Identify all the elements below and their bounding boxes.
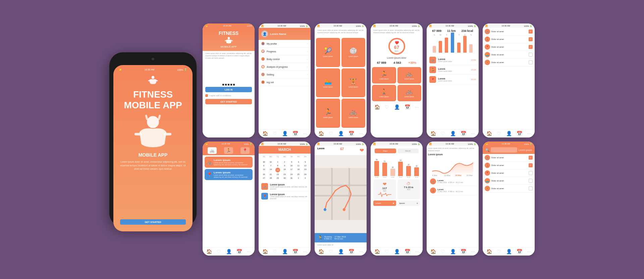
- nav-home-6[interactable]: 🏠: [486, 131, 492, 136]
- cal-d-30[interactable]: 30: [261, 160, 267, 164]
- activity-card-1[interactable]: 🚲 Lorem ipsum Lorem ipsum dolor sit amet…: [205, 157, 253, 168]
- result-3[interactable]: 📍 Dolor sit amet: [483, 169, 535, 177]
- nav-more-6[interactable]: ···: [527, 131, 531, 136]
- nav-heart-10[interactable]: ♡: [385, 249, 389, 254]
- check-2[interactable]: 🏃 Dolor sit amet ✓: [483, 36, 535, 43]
- workout-2[interactable]: 🏃 Lorem 17 Mar 2019 · 8 586 m · 44:13 mi…: [428, 186, 477, 195]
- cal-d-22[interactable]: 22: [274, 173, 281, 176]
- nav-user-10[interactable]: 👤: [394, 249, 400, 254]
- nav-heart-4[interactable]: ♡: [385, 104, 389, 110]
- nav-more[interactable]: ···: [303, 131, 307, 136]
- cal-activity-2[interactable]: 📍 Lorem ipsum Lorem ipsum dolor sit amet…: [259, 191, 311, 201]
- nav-cal-9[interactable]: 📅: [348, 249, 354, 254]
- icon-cell-walk[interactable]: 🚶 Lorem ipsum: [372, 85, 396, 101]
- menu-progress[interactable]: 📊 Progress ›: [259, 48, 311, 55]
- cal-d-5[interactable]: 5: [302, 160, 309, 164]
- cal-d-14[interactable]: 14: [268, 168, 274, 172]
- sp-input-4[interactable]: [205, 78, 252, 82]
- nav-user-7[interactable]: 👤: [226, 249, 232, 254]
- sp-input-1[interactable]: [205, 61, 252, 65]
- check-4[interactable]: 🏊 Dolor sit amet: [483, 51, 535, 59]
- cal-d-7[interactable]: 7: [268, 164, 274, 167]
- icon-run-bar[interactable]: 🏃: [224, 147, 233, 154]
- nav-home-3[interactable]: 🏠: [318, 131, 324, 136]
- menu-logout[interactable]: 🚪 log out: [259, 78, 311, 86]
- icon-bike-bar[interactable]: 🚲: [208, 147, 217, 154]
- result-2[interactable]: 🏃 Dolor sit amet ✓: [483, 162, 535, 169]
- cal-d-1[interactable]: 1: [274, 160, 281, 164]
- cal-d-29[interactable]: 29: [274, 176, 281, 180]
- nav-user-11[interactable]: 👤: [450, 249, 456, 254]
- nav-user[interactable]: 👤: [282, 131, 288, 136]
- nav-home-12[interactable]: 🏠: [486, 249, 492, 254]
- nav-home-8[interactable]: 🏠: [262, 249, 268, 254]
- cal-d-6[interactable]: 6: [261, 164, 267, 167]
- nav-heart-11[interactable]: ♡: [441, 249, 445, 254]
- nav-heart-12[interactable]: ♡: [497, 249, 501, 254]
- activity-3[interactable]: 📍 Lorem Lorem ipsum dolor 15:00: [427, 75, 479, 85]
- cal-d-20[interactable]: 20: [261, 173, 267, 176]
- icon-pin-bar[interactable]: 📍: [240, 147, 250, 154]
- workout-1[interactable]: 🚲 Lorem 17 Mar 2019 · 9 565 m · 44:13 mi…: [428, 177, 477, 186]
- result-check-3[interactable]: [529, 171, 533, 175]
- icon-cell-gym2[interactable]: 🚲 Lorem ipsum: [397, 85, 422, 101]
- cal-d-19[interactable]: 19: [302, 168, 309, 172]
- cat-gym[interactable]: 🏋️ Lorem ipsum: [341, 68, 366, 98]
- result-check-1[interactable]: ✓: [529, 156, 533, 160]
- cal-d-13[interactable]: 13: [261, 168, 267, 172]
- nav-heart[interactable]: ♡: [273, 131, 277, 136]
- cal-d-18[interactable]: 18: [295, 168, 302, 172]
- nav-home-10[interactable]: 🏠: [374, 249, 380, 254]
- result-check-2[interactable]: ✓: [529, 163, 533, 167]
- nav-cal-10[interactable]: 📅: [405, 249, 410, 254]
- menu-body[interactable]: 🏃 Body control ›: [259, 55, 311, 63]
- nav-heart-5[interactable]: ♡: [441, 131, 445, 136]
- nav-home-11[interactable]: 🏠: [430, 249, 436, 254]
- cal-d-21[interactable]: 21: [268, 173, 274, 176]
- dropdown-2[interactable]: Ipsum ▾: [397, 201, 420, 206]
- menu-my-profile[interactable]: 👤 My profile ›: [259, 40, 311, 48]
- check-box-1[interactable]: ✓: [529, 30, 533, 34]
- cat-bike[interactable]: 🚲 Lorem ipsum: [341, 99, 366, 128]
- cal-d-11[interactable]: 11: [295, 164, 302, 167]
- sp-login-btn[interactable]: LOG IN: [205, 87, 252, 92]
- menu-setting[interactable]: ⚙️ Setting ›: [259, 71, 311, 78]
- check-3[interactable]: 📍 Dolor sit amet ✓: [483, 43, 535, 51]
- cal-d-today[interactable]: 15: [275, 168, 280, 172]
- icon-cell-bike[interactable]: 🚲 Lorem ipsum: [397, 67, 422, 83]
- cal-d-27[interactable]: 27: [261, 176, 267, 180]
- nav-cal-11[interactable]: 📅: [461, 249, 466, 254]
- nav-heart-6[interactable]: ♡: [497, 131, 501, 136]
- cal-d-10[interactable]: 10: [288, 164, 295, 167]
- nav-heart-7[interactable]: ♡: [217, 249, 221, 254]
- cal-d-24[interactable]: 24: [288, 173, 295, 176]
- nav-cal-6[interactable]: 📅: [517, 131, 522, 136]
- nav-home-9[interactable]: 🏠: [318, 249, 324, 254]
- nav-more-9[interactable]: ···: [359, 249, 363, 254]
- result-check-5[interactable]: [529, 186, 533, 190]
- nav-home-4[interactable]: 🏠: [374, 104, 380, 110]
- cal-d-31b[interactable]: 31: [288, 176, 295, 180]
- menu-analysis[interactable]: 📈 Analysis of progress ›: [259, 63, 311, 71]
- result-check-4[interactable]: [529, 179, 533, 183]
- nav-cal-4[interactable]: 📅: [405, 104, 410, 110]
- toggle-month[interactable]: Month: [397, 149, 419, 153]
- cal-d-4[interactable]: 4: [295, 160, 302, 164]
- nav-more-12[interactable]: ···: [527, 249, 531, 254]
- cal-d-9[interactable]: 9: [281, 164, 288, 167]
- nav-more-4[interactable]: ···: [415, 104, 419, 110]
- nav-user-6[interactable]: 👤: [506, 131, 512, 136]
- nav-user-8[interactable]: 👤: [282, 249, 288, 254]
- activity-1[interactable]: 🚲 Lorem Lorem ipsum dolor 15:56: [427, 55, 479, 65]
- icon-cell-run[interactable]: 🏃 Lorem ipsum: [372, 67, 396, 83]
- dropdown-1[interactable]: Lorem ▾: [373, 201, 396, 206]
- nav-more-10[interactable]: ···: [415, 249, 419, 254]
- cat-volleyball[interactable]: 🏐 Lorem ipsum: [341, 38, 366, 67]
- cal-d-2b[interactable]: 2: [302, 176, 309, 180]
- activity-2[interactable]: 🏃 Lorem Lorem ipsum dolor 16:00: [427, 65, 479, 75]
- result-1[interactable]: 🚲 Dolor sit amet ✓: [483, 154, 535, 162]
- cal-d-23[interactable]: 23: [281, 173, 288, 176]
- nav-user-3[interactable]: 👤: [338, 131, 344, 136]
- cal-d-8[interactable]: 8: [274, 164, 281, 167]
- cal-d-25[interactable]: 25: [295, 173, 302, 176]
